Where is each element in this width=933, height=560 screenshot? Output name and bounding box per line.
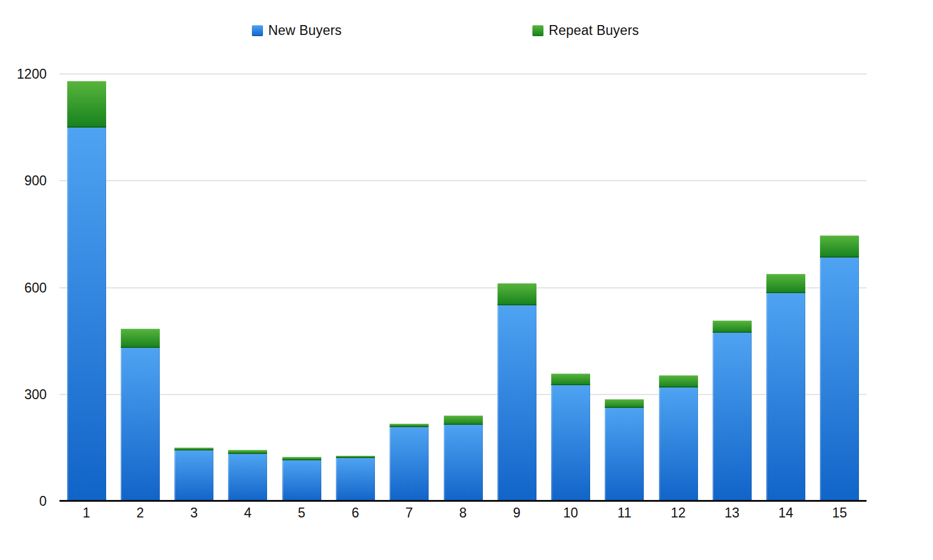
bar-8 bbox=[444, 415, 483, 501]
legend-item-repeat-buyers: Repeat Buyers bbox=[532, 24, 639, 37]
y-tick-label-900: 900 bbox=[0, 173, 47, 188]
bar-10-repeat-buyers-segment bbox=[551, 374, 590, 385]
x-tick-label-12: 12 bbox=[651, 505, 705, 521]
legend-swatch-new-buyers bbox=[252, 25, 263, 36]
bar-6 bbox=[336, 456, 375, 501]
legend-label-new-buyers: New Buyers bbox=[268, 23, 342, 38]
x-tick-label-13: 13 bbox=[705, 505, 759, 521]
x-tick-label-15: 15 bbox=[813, 505, 867, 521]
bar-14-new-buyers-segment bbox=[766, 293, 805, 501]
y-tick-label-0: 0 bbox=[0, 494, 47, 509]
gridline-600 bbox=[59, 287, 867, 288]
x-axis-labels: 123456789101112131415 bbox=[59, 505, 867, 522]
bar-5 bbox=[282, 457, 321, 501]
bar-3-new-buyers-segment bbox=[174, 450, 213, 501]
y-tick-label-600: 600 bbox=[0, 280, 47, 295]
bar-2-new-buyers-segment bbox=[121, 348, 160, 501]
bar-8-repeat-buyers-segment bbox=[444, 415, 483, 424]
legend-item-new-buyers: New Buyers bbox=[252, 24, 342, 37]
bar-4-new-buyers-segment bbox=[228, 454, 267, 501]
bar-12-new-buyers-segment bbox=[659, 388, 698, 501]
bar-5-new-buyers-segment bbox=[282, 460, 321, 501]
bar-1-new-buyers-segment bbox=[67, 128, 106, 501]
stacked-bar-chart: New Buyers Repeat Buyers 03006009001200 … bbox=[0, 0, 933, 560]
bar-4-repeat-buyers-segment bbox=[228, 450, 267, 454]
bar-9-repeat-buyers-segment bbox=[497, 283, 536, 305]
bar-9-new-buyers-segment bbox=[497, 305, 536, 501]
x-tick-label-1: 1 bbox=[59, 505, 113, 521]
bar-2 bbox=[121, 329, 160, 501]
x-tick-label-6: 6 bbox=[328, 505, 382, 521]
x-tick-label-9: 9 bbox=[490, 505, 543, 521]
bar-7 bbox=[390, 424, 429, 501]
bar-15-repeat-buyers-segment bbox=[820, 235, 859, 258]
gridline-900 bbox=[59, 180, 867, 181]
x-tick-label-7: 7 bbox=[383, 505, 436, 521]
bar-15-new-buyers-segment bbox=[820, 258, 859, 501]
bar-13-new-buyers-segment bbox=[713, 333, 752, 501]
bar-1 bbox=[67, 81, 106, 501]
bar-10 bbox=[551, 374, 590, 501]
x-tick-label-2: 2 bbox=[113, 505, 167, 521]
y-tick-label-300: 300 bbox=[0, 387, 47, 402]
gridline-1200 bbox=[59, 73, 867, 75]
bar-6-new-buyers-segment bbox=[336, 458, 375, 501]
bar-11 bbox=[605, 399, 644, 501]
bar-15 bbox=[820, 235, 859, 501]
bar-13 bbox=[713, 320, 752, 501]
bar-1-repeat-buyers-segment bbox=[67, 81, 106, 127]
y-tick-label-1200: 1200 bbox=[0, 66, 47, 82]
bar-14-repeat-buyers-segment bbox=[766, 274, 805, 293]
x-tick-label-3: 3 bbox=[167, 505, 221, 521]
bar-13-repeat-buyers-segment bbox=[713, 320, 752, 333]
x-tick-label-8: 8 bbox=[436, 505, 490, 521]
bar-4 bbox=[228, 450, 267, 501]
plot-area bbox=[59, 74, 867, 501]
bar-8-new-buyers-segment bbox=[444, 425, 483, 501]
legend-swatch-repeat-buyers bbox=[532, 25, 543, 36]
bar-12-repeat-buyers-segment bbox=[659, 375, 698, 388]
x-tick-label-10: 10 bbox=[543, 505, 597, 521]
bar-9 bbox=[497, 283, 536, 501]
x-tick-label-14: 14 bbox=[759, 505, 812, 521]
x-axis-line bbox=[59, 500, 867, 502]
bar-7-new-buyers-segment bbox=[390, 427, 429, 501]
x-tick-label-11: 11 bbox=[598, 505, 651, 521]
bar-11-new-buyers-segment bbox=[605, 408, 644, 501]
bar-14 bbox=[766, 274, 805, 501]
bar-11-repeat-buyers-segment bbox=[605, 399, 644, 408]
bar-10-new-buyers-segment bbox=[551, 385, 590, 501]
bar-3 bbox=[174, 448, 213, 501]
bar-12 bbox=[659, 375, 698, 501]
y-axis: 03006009001200 bbox=[0, 74, 47, 501]
x-tick-label-4: 4 bbox=[221, 505, 275, 521]
bar-2-repeat-buyers-segment bbox=[121, 329, 160, 348]
legend-label-repeat-buyers: Repeat Buyers bbox=[549, 23, 639, 38]
x-tick-label-5: 5 bbox=[275, 505, 328, 521]
